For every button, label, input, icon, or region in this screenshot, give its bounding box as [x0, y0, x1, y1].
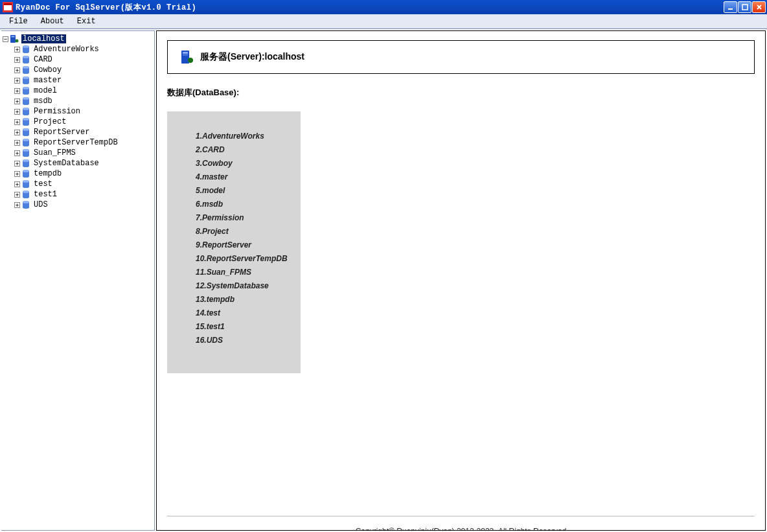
- tree-db-label[interactable]: UDS: [32, 200, 49, 209]
- expand-icon[interactable]: +: [14, 192, 20, 198]
- tree-db-label[interactable]: CARD: [32, 55, 54, 64]
- database-icon: [21, 97, 30, 106]
- tree-root-label[interactable]: localhost: [21, 34, 66, 43]
- tree-db-node[interactable]: +msdb: [14, 96, 153, 106]
- database-heading: 数据库(DataBase):: [167, 87, 755, 98]
- database-icon: [21, 190, 30, 199]
- svg-rect-1: [4, 3, 12, 5]
- tree-db-label[interactable]: SystemDatabase: [32, 159, 100, 168]
- database-list-item[interactable]: 15.test1: [196, 320, 294, 334]
- tree-db-node[interactable]: +model: [14, 86, 153, 96]
- tree-db-node[interactable]: +AdventureWorks: [14, 44, 153, 54]
- expand-icon[interactable]: +: [14, 202, 20, 208]
- workspace: − localhost +AdventureWorks+CARD+Cowboy+…: [0, 29, 767, 532]
- minimize-button[interactable]: [724, 1, 737, 13]
- tree-db-node[interactable]: +test: [14, 179, 153, 189]
- expand-icon[interactable]: +: [14, 161, 20, 167]
- database-list-item[interactable]: 8.Project: [196, 225, 294, 238]
- sidebar-tree[interactable]: − localhost +AdventureWorks+CARD+Cowboy+…: [1, 30, 155, 531]
- tree-db-node[interactable]: +master: [14, 75, 153, 86]
- tree-db-label[interactable]: ReportServerTempDB: [32, 138, 119, 147]
- database-list-item[interactable]: 7.Permission: [196, 211, 294, 225]
- expand-icon[interactable]: +: [14, 150, 20, 156]
- database-list-item[interactable]: 16.UDS: [196, 334, 294, 347]
- database-list-item[interactable]: 6.msdb: [196, 198, 294, 211]
- tree-db-label[interactable]: Suan_FPMS: [32, 148, 77, 157]
- window-title: RyanDoc For SqlServer(版本v1.0 Trial): [16, 2, 196, 13]
- database-list-item[interactable]: 14.test: [196, 306, 294, 320]
- tree-db-label[interactable]: ReportServer: [32, 128, 91, 137]
- tree-db-node[interactable]: +Project: [14, 117, 153, 127]
- svg-point-6: [16, 40, 19, 43]
- svg-point-36: [23, 191, 29, 193]
- tree-db-node[interactable]: +ReportServer: [14, 127, 153, 137]
- expand-icon[interactable]: +: [14, 171, 20, 177]
- close-button[interactable]: [752, 1, 766, 13]
- tree-db-node[interactable]: +UDS: [14, 200, 153, 210]
- tree-db-node[interactable]: +tempdb: [14, 168, 153, 179]
- database-list-item[interactable]: 1.AdventureWorks: [196, 130, 294, 143]
- tree-db-label[interactable]: Permission: [32, 107, 82, 116]
- svg-point-32: [23, 170, 29, 172]
- svg-point-34: [23, 180, 29, 183]
- expand-icon[interactable]: +: [14, 98, 20, 104]
- database-icon: [21, 128, 30, 137]
- database-list-item[interactable]: 5.model: [196, 184, 294, 198]
- tree-db-node[interactable]: +ReportServerTempDB: [14, 137, 153, 148]
- database-icon: [21, 55, 30, 64]
- database-icon: [21, 169, 30, 178]
- tree-db-node[interactable]: +SystemDatabase: [14, 158, 153, 168]
- database-list-item[interactable]: 11.Suan_FPMS: [196, 266, 294, 279]
- expand-icon[interactable]: +: [14, 119, 20, 125]
- tree-db-label[interactable]: Project: [32, 117, 67, 126]
- database-list-item[interactable]: 3.Cowboy: [196, 157, 294, 170]
- database-icon: [21, 107, 30, 116]
- expand-icon[interactable]: +: [14, 57, 20, 63]
- svg-point-28: [23, 149, 29, 152]
- maximize-button[interactable]: [738, 1, 751, 13]
- server-icon: [181, 50, 194, 64]
- database-list-item[interactable]: 2.CARD: [196, 143, 294, 157]
- database-list-item[interactable]: 4.master: [196, 170, 294, 184]
- tree-db-node[interactable]: +test1: [14, 189, 153, 200]
- menu-file[interactable]: File: [3, 16, 34, 27]
- tree-db-label[interactable]: Cowboy: [32, 65, 63, 75]
- database-list-item[interactable]: 9.ReportServer: [196, 238, 294, 252]
- menu-about[interactable]: About: [34, 16, 71, 27]
- expand-icon[interactable]: +: [14, 140, 20, 146]
- server-title: 服务器(Server):localhost: [200, 51, 304, 63]
- database-icon: [21, 148, 30, 157]
- tree-db-node[interactable]: +CARD: [14, 54, 153, 65]
- svg-point-8: [23, 45, 29, 48]
- expand-icon[interactable]: +: [14, 88, 20, 94]
- expand-icon[interactable]: +: [14, 67, 20, 73]
- tree-db-label[interactable]: tempdb: [32, 169, 63, 178]
- expand-icon[interactable]: +: [14, 47, 20, 52]
- expand-icon[interactable]: +: [14, 109, 20, 115]
- tree-db-label[interactable]: test1: [32, 190, 58, 199]
- tree-db-node[interactable]: +Suan_FPMS: [14, 148, 153, 158]
- expand-icon[interactable]: +: [14, 78, 20, 84]
- window-controls: [724, 1, 766, 13]
- tree-db-label[interactable]: msdb: [32, 97, 54, 106]
- database-icon: [21, 86, 30, 95]
- tree-db-node[interactable]: +Permission: [14, 106, 153, 117]
- database-list-item[interactable]: 13.tempdb: [196, 293, 294, 306]
- tree-db-node[interactable]: +Cowboy: [14, 65, 153, 75]
- expand-icon[interactable]: +: [14, 181, 20, 187]
- expand-icon[interactable]: +: [14, 130, 20, 135]
- tree-root-node[interactable]: − localhost: [3, 34, 153, 44]
- tree-db-label[interactable]: model: [32, 86, 58, 95]
- svg-point-42: [188, 58, 193, 63]
- database-list-item[interactable]: 10.ReportServerTempDB: [196, 252, 294, 266]
- tree-db-label[interactable]: test: [32, 179, 54, 189]
- database-list-item[interactable]: 12.SystemDatabase: [196, 279, 294, 293]
- collapse-icon[interactable]: −: [3, 36, 8, 42]
- svg-point-38: [23, 201, 29, 203]
- tree-db-label[interactable]: master: [32, 76, 63, 85]
- svg-point-20: [23, 108, 29, 110]
- tree-db-label[interactable]: AdventureWorks: [32, 45, 100, 54]
- svg-point-10: [23, 56, 29, 58]
- svg-rect-3: [742, 5, 748, 10]
- menu-exit[interactable]: Exit: [71, 16, 102, 27]
